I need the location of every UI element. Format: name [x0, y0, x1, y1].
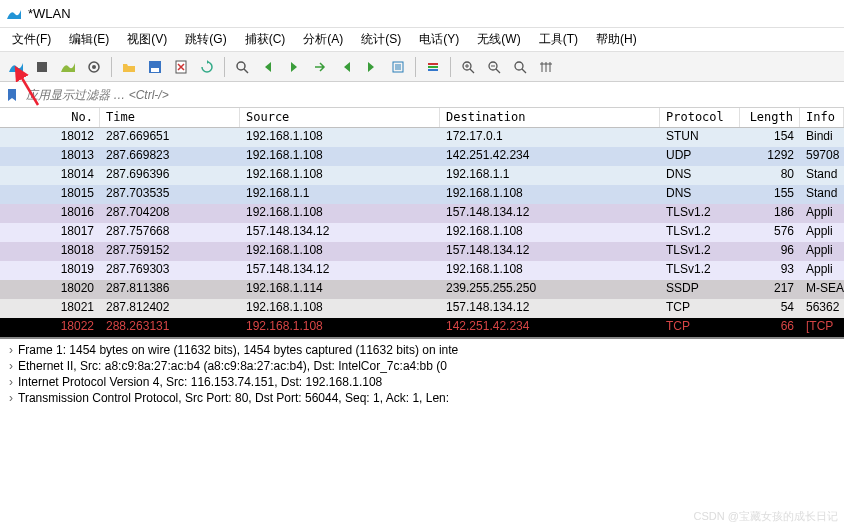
- find-button[interactable]: [230, 55, 254, 79]
- column-header-length[interactable]: Length: [740, 108, 800, 127]
- svg-point-6: [237, 62, 245, 70]
- expand-icon[interactable]: ›: [4, 343, 18, 357]
- save-icon: [148, 60, 162, 74]
- fin-blue-icon: [8, 59, 24, 75]
- first-packet-button[interactable]: [334, 55, 358, 79]
- table-row[interactable]: 18016287.704208192.168.1.108157.148.134.…: [0, 204, 844, 223]
- menu-edit[interactable]: 编辑(E): [61, 29, 117, 50]
- zoom-reset-button[interactable]: [508, 55, 532, 79]
- svg-rect-9: [428, 63, 438, 65]
- resize-columns-button[interactable]: [534, 55, 558, 79]
- expand-icon[interactable]: ›: [4, 375, 18, 389]
- display-filter-input[interactable]: [22, 84, 842, 106]
- table-row[interactable]: 18012287.669651192.168.1.108172.17.0.1ST…: [0, 128, 844, 147]
- svg-line-13: [470, 69, 474, 73]
- expand-icon[interactable]: ›: [4, 359, 18, 373]
- expand-icon[interactable]: ›: [4, 391, 18, 405]
- restart-fin-icon: [60, 59, 76, 75]
- table-row[interactable]: 18019287.769303157.148.134.12192.168.1.1…: [0, 261, 844, 280]
- display-filter-bar: [0, 82, 844, 108]
- window-title: *WLAN: [28, 6, 71, 21]
- gear-icon: [87, 60, 101, 74]
- table-row[interactable]: 18021287.812402192.168.1.108157.148.134.…: [0, 299, 844, 318]
- zoom-reset-icon: [513, 60, 527, 74]
- auto-scroll-button[interactable]: [386, 55, 410, 79]
- table-row[interactable]: 18017287.757668157.148.134.12192.168.1.1…: [0, 223, 844, 242]
- colorize-button[interactable]: [421, 55, 445, 79]
- colorize-icon: [426, 60, 440, 74]
- columns-icon: [539, 60, 553, 74]
- go-to-packet-button[interactable]: [308, 55, 332, 79]
- column-header-protocol[interactable]: Protocol: [660, 108, 740, 127]
- zoom-out-icon: [487, 60, 501, 74]
- close-file-icon: [174, 60, 188, 74]
- zoom-in-icon: [461, 60, 475, 74]
- separator: [450, 57, 451, 77]
- zoom-out-button[interactable]: [482, 55, 506, 79]
- column-header-no[interactable]: No.: [0, 108, 100, 127]
- go-last-icon: [365, 60, 379, 74]
- packet-list-header[interactable]: No. Time Source Destination Protocol Len…: [0, 108, 844, 128]
- wireshark-logo-icon: [6, 6, 22, 22]
- folder-open-icon: [122, 60, 136, 74]
- table-row[interactable]: 18022288.263131192.168.1.108142.251.42.2…: [0, 318, 844, 337]
- separator: [111, 57, 112, 77]
- svg-line-7: [244, 69, 248, 73]
- menu-help[interactable]: 帮助(H): [588, 29, 645, 50]
- packet-list-pane[interactable]: No. Time Source Destination Protocol Len…: [0, 108, 844, 339]
- bookmark-filter-icon[interactable]: [2, 85, 22, 105]
- svg-point-16: [515, 62, 523, 70]
- menu-analyze[interactable]: 分析(A): [295, 29, 351, 50]
- menu-capture[interactable]: 捕获(C): [237, 29, 294, 50]
- column-header-source[interactable]: Source: [240, 108, 440, 127]
- capture-options-button[interactable]: [82, 55, 106, 79]
- svg-rect-10: [428, 66, 438, 68]
- table-row[interactable]: 18014287.696396192.168.1.108192.168.1.1D…: [0, 166, 844, 185]
- svg-rect-11: [428, 69, 438, 71]
- last-packet-button[interactable]: [360, 55, 384, 79]
- save-file-button[interactable]: [143, 55, 167, 79]
- table-row[interactable]: 18013287.669823192.168.1.108142.251.42.2…: [0, 147, 844, 166]
- menu-telephony[interactable]: 电话(Y): [411, 29, 467, 50]
- table-row[interactable]: 18015287.703535192.168.1.1192.168.1.108D…: [0, 185, 844, 204]
- column-header-time[interactable]: Time: [100, 108, 240, 127]
- detail-line[interactable]: ›Frame 1: 1454 bytes on wire (11632 bits…: [4, 342, 840, 358]
- menu-goto[interactable]: 跳转(G): [177, 29, 234, 50]
- table-row[interactable]: 18018287.759152192.168.1.108157.148.134.…: [0, 242, 844, 261]
- reload-button[interactable]: [195, 55, 219, 79]
- column-header-destination[interactable]: Destination: [440, 108, 660, 127]
- menu-wireless[interactable]: 无线(W): [469, 29, 528, 50]
- packet-details-pane[interactable]: ›Frame 1: 1454 bytes on wire (11632 bits…: [0, 339, 844, 409]
- menubar: 文件(F) 编辑(E) 视图(V) 跳转(G) 捕获(C) 分析(A) 统计(S…: [0, 28, 844, 52]
- detail-line[interactable]: ›Ethernet II, Src: a8:c9:8a:27:ac:b4 (a8…: [4, 358, 840, 374]
- table-row[interactable]: 18020287.811386192.168.1.114239.255.255.…: [0, 280, 844, 299]
- svg-point-2: [92, 65, 96, 69]
- menu-statistics[interactable]: 统计(S): [353, 29, 409, 50]
- goto-icon: [313, 60, 327, 74]
- open-file-button[interactable]: [117, 55, 141, 79]
- menu-tools[interactable]: 工具(T): [531, 29, 586, 50]
- autoscroll-icon: [391, 60, 405, 74]
- zoom-in-button[interactable]: [456, 55, 480, 79]
- column-header-info[interactable]: Info: [800, 108, 844, 127]
- stop-capture-button[interactable]: [30, 55, 54, 79]
- detail-line[interactable]: ›Transmission Control Protocol, Src Port…: [4, 390, 840, 406]
- go-forward-button[interactable]: [282, 55, 306, 79]
- reload-icon: [200, 60, 214, 74]
- menu-file[interactable]: 文件(F): [4, 29, 59, 50]
- titlebar: *WLAN: [0, 0, 844, 28]
- svg-rect-4: [151, 68, 159, 72]
- close-file-button[interactable]: [169, 55, 193, 79]
- restart-capture-button[interactable]: [56, 55, 80, 79]
- svg-line-17: [522, 69, 526, 73]
- main-toolbar: [0, 52, 844, 82]
- search-icon: [235, 60, 249, 74]
- start-capture-button[interactable]: [4, 55, 28, 79]
- packet-list-body[interactable]: 18012287.669651192.168.1.108172.17.0.1ST…: [0, 128, 844, 337]
- svg-rect-0: [37, 62, 47, 72]
- stop-icon: [35, 60, 49, 74]
- go-back-button[interactable]: [256, 55, 280, 79]
- detail-line[interactable]: ›Internet Protocol Version 4, Src: 116.1…: [4, 374, 840, 390]
- menu-view[interactable]: 视图(V): [119, 29, 175, 50]
- arrow-left-icon: [261, 60, 275, 74]
